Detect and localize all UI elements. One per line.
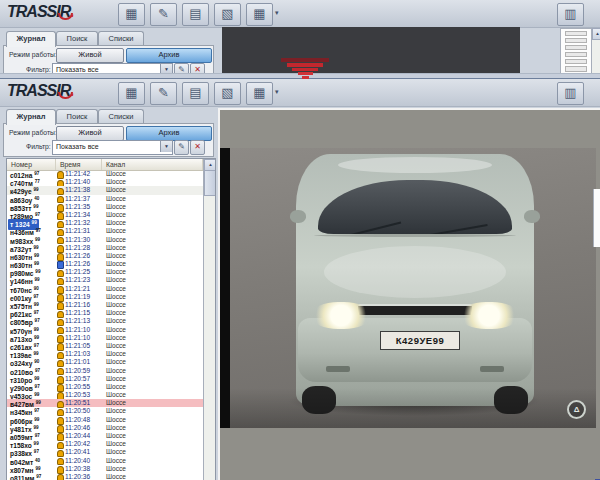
table-row[interactable]: р606рк 9911:20:48Шоссе <box>7 416 203 424</box>
table-row[interactable]: р621кс 9711:21:15Шоссе <box>7 309 203 317</box>
filter-edit-button[interactable]: ✎ <box>174 140 189 155</box>
chevron-down-icon[interactable]: ▼ <box>160 141 172 152</box>
menu-caret-icon[interactable]: ▾ <box>275 88 279 96</box>
scroll-up-icon[interactable]: ▲ <box>592 28 600 40</box>
toolbar: TRASSIR. ▦ ✎ ▤ ▧ ▦ ▾ ▥ <box>0 0 600 28</box>
table-row[interactable]: т139ае 9911:21:03Шоссе <box>7 350 203 358</box>
side-scrollbar-sliver[interactable] <box>593 189 600 247</box>
column-header-channel[interactable]: Канал <box>102 159 203 170</box>
grid-menu-icon[interactable]: ▦ <box>246 82 273 105</box>
channel-cell: Шоссе <box>106 276 126 284</box>
archive-button[interactable]: Архив <box>126 48 212 63</box>
table-row[interactable]: к429уе 9911:21:38Шоссе <box>7 186 203 194</box>
table-row[interactable]: с805вр 9711:21:13Шоссе <box>7 317 203 325</box>
table-row[interactable]: р338кх 9711:20:41Шоссе <box>7 448 203 456</box>
table-row[interactable]: в427вм 9911:20:51Шоссе <box>7 399 203 407</box>
table-row[interactable]: о811мм 9711:20:36Шоссе <box>7 473 203 480</box>
table-row[interactable]: а863оу 4011:21:37Шоссе <box>7 195 203 203</box>
camera-thumbnail[interactable] <box>565 59 587 65</box>
live-button[interactable]: Живой <box>56 126 124 141</box>
channel-cell: Шоссе <box>106 219 126 227</box>
table-row[interactable]: т310ро 9911:20:57Шоссе <box>7 375 203 383</box>
table-row[interactable]: с012на 9711:21:42Шоссе <box>7 170 203 178</box>
photo-vignette <box>230 388 596 428</box>
time-cell: 11:21:26 <box>65 260 90 268</box>
scrollbar-thumb[interactable] <box>204 170 216 196</box>
table-row[interactable]: е001ку 9711:21:19Шоссе <box>7 293 203 301</box>
table-row[interactable]: н630тн 9911:21:26Шоссе <box>7 252 203 260</box>
chevron-down-icon[interactable]: ▼ <box>160 64 172 73</box>
table-row[interactable]: м983хх 9911:21:30Шоссе <box>7 236 203 244</box>
channel-cell: Шоссе <box>106 448 126 456</box>
table-scrollbar[interactable]: ▲ <box>203 159 215 480</box>
table-row[interactable]: с740тм 7711:21:40Шоссе <box>7 178 203 186</box>
edit-icon[interactable]: ✎ <box>150 3 177 26</box>
table-row[interactable]: н345кн 9711:20:50Шоссе <box>7 407 203 415</box>
table-row[interactable]: у146нн 9911:21:23Шоссе <box>7 276 203 284</box>
table-row[interactable]: т158хо 9911:20:42Шоссе <box>7 440 203 448</box>
camera-thumbnail[interactable] <box>565 66 587 72</box>
filter-combobox[interactable]: Показать все▼ <box>52 140 173 155</box>
channel-cell: Шоссе <box>106 334 126 342</box>
trassir-red-arrow-watermark <box>281 57 329 79</box>
time-cell: 11:20:42 <box>65 440 90 448</box>
live-button[interactable]: Живой <box>56 48 124 63</box>
table-row[interactable]: о210во 9711:20:59Шоссе <box>7 367 203 375</box>
menu-caret-icon[interactable]: ▾ <box>275 9 279 17</box>
monitor-icon[interactable]: ▦ <box>118 3 145 26</box>
trassir-logo: TRASSIR. <box>7 3 74 21</box>
panel-icon[interactable]: ▥ <box>557 82 584 105</box>
tab-lists[interactable]: Списки <box>98 31 144 45</box>
table-row[interactable]: т 1324 9911:21:32Шоссе <box>7 219 203 227</box>
snapshot-icon[interactable]: ▧ <box>214 82 241 105</box>
tab-lists[interactable]: Списки <box>98 109 144 123</box>
table-row[interactable]: а732ут 9911:21:28Шоссе <box>7 244 203 252</box>
thumbnail-scrollbar[interactable]: ▲ <box>591 28 600 73</box>
video-black-bar <box>220 148 230 428</box>
table-row[interactable]: в042мт 4011:20:40Шоссе <box>7 457 203 465</box>
table-row[interactable]: т289мо 9711:21:34Шоссе <box>7 211 203 219</box>
tab-search[interactable]: Поиск <box>56 31 98 45</box>
table-row[interactable]: н436нм 9711:21:31Шоссе <box>7 227 203 235</box>
camera-thumbnail[interactable] <box>565 38 587 44</box>
filter-clear-button[interactable]: ✕ <box>190 63 205 73</box>
filter-clear-button[interactable]: ✕ <box>190 140 205 155</box>
table-row[interactable]: р980мс 9911:21:25Шоссе <box>7 268 203 276</box>
table-row[interactable]: с261ах 9711:21:05Шоссе <box>7 342 203 350</box>
table-row[interactable]: о324ху 9011:21:01Шоссе <box>7 358 203 366</box>
column-header-time[interactable]: Время <box>56 159 102 170</box>
tab-search[interactable]: Поиск <box>56 109 98 123</box>
tab-journal[interactable]: Журнал <box>6 109 56 125</box>
tab-journal[interactable]: Журнал <box>6 31 56 47</box>
filter-combobox[interactable]: Показать все▼ <box>52 63 173 73</box>
table-row[interactable]: а059мт 9711:20:44Шоссе <box>7 432 203 440</box>
camera-thumbnail[interactable] <box>565 31 587 37</box>
panel-icon[interactable]: ▥ <box>557 3 584 26</box>
table-row[interactable]: к570ун 9911:21:10Шоссе <box>7 326 203 334</box>
table-row[interactable]: у453ос 9911:20:53Шоссе <box>7 391 203 399</box>
time-cell: 11:21:32 <box>65 219 90 227</box>
table-row[interactable]: н630тн 9911:21:26Шоссе <box>7 260 203 268</box>
table-row[interactable]: у481тх 9911:20:46Шоссе <box>7 424 203 432</box>
table-row[interactable]: а713хо 9911:21:10Шоссе <box>7 334 203 342</box>
camera-thumbnail[interactable] <box>565 52 587 58</box>
monitor-icon[interactable]: ▦ <box>118 82 145 105</box>
channel-cell: Шоссе <box>106 367 126 375</box>
grid-menu-icon[interactable]: ▦ <box>246 3 273 26</box>
time-cell: 11:21:25 <box>65 268 90 276</box>
journal-icon[interactable]: ▤ <box>182 82 209 105</box>
snapshot-icon[interactable]: ▧ <box>214 3 241 26</box>
table-row[interactable]: т670нс 9011:21:21Шоссе <box>7 285 203 293</box>
archive-button[interactable]: Архив <box>126 126 212 141</box>
camera-thumbnail[interactable] <box>565 45 587 51</box>
table-row[interactable]: в853тт 9911:21:35Шоссе <box>7 203 203 211</box>
table-row[interactable]: у290ов 9711:20:55Шоссе <box>7 383 203 391</box>
filter-edit-button[interactable]: ✎ <box>174 63 189 73</box>
channel-cell: Шоссе <box>106 186 126 194</box>
table-row[interactable]: х807мн 9911:20:38Шоссе <box>7 465 203 473</box>
column-header-plate[interactable]: Номер <box>7 159 56 170</box>
mode-label: Режим работы: <box>9 129 57 136</box>
table-row[interactable]: х575тн 9911:21:16Шоссе <box>7 301 203 309</box>
journal-icon[interactable]: ▤ <box>182 3 209 26</box>
edit-icon[interactable]: ✎ <box>150 82 177 105</box>
